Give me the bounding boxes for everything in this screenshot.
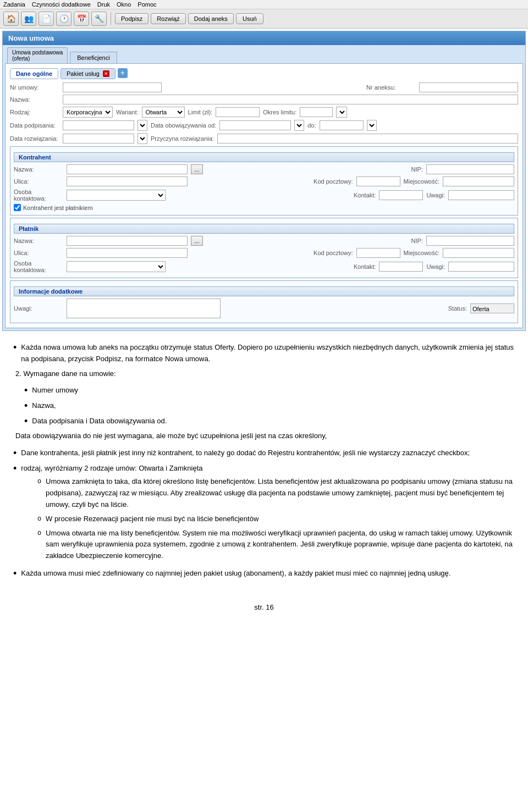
home-icon[interactable]: 🏠 xyxy=(3,12,19,26)
k-input-kod[interactable] xyxy=(356,176,400,186)
rozwiaz-button[interactable]: Rozwiąż xyxy=(151,13,186,24)
input-data-rozwiazania[interactable] xyxy=(63,134,134,143)
bullet-last: • Każda umowa musi mieć zdefiniowany co … xyxy=(13,568,515,580)
sub-dot-1: • xyxy=(24,385,28,397)
menu-czynnosci[interactable]: Czynności dodatkowe xyxy=(32,1,91,8)
label-nazwa: Nazwa: xyxy=(10,96,59,103)
dodaj-aneks-button[interactable]: Dodaj aneks xyxy=(188,13,234,24)
p-browse-button[interactable]: ... xyxy=(191,236,203,246)
k-input-uwagi[interactable] xyxy=(448,190,514,200)
p-input-miejscowosc[interactable] xyxy=(443,248,514,258)
sub-text-1: Numer umowy xyxy=(32,385,78,396)
select-do[interactable] xyxy=(367,120,377,131)
select-rodzaj[interactable]: Korporacyjna Indywidualna xyxy=(63,107,113,118)
window-title: Nowa umowa xyxy=(3,31,525,45)
tools-icon[interactable]: 🔧 xyxy=(91,12,107,26)
input-nr-aneksu[interactable] xyxy=(419,82,518,92)
text-bullet1: Każda nowa umowa lub aneks na początku o… xyxy=(21,342,515,365)
p-label-nazwa: Nazwa: xyxy=(14,237,63,244)
p-input-uwagi[interactable] xyxy=(448,262,514,272)
k-label-nazwa: Nazwa: xyxy=(14,166,63,173)
input-do[interactable] xyxy=(320,120,364,130)
clock-icon[interactable]: 🕐 xyxy=(56,12,72,26)
k-input-miejscowosc[interactable] xyxy=(443,176,514,186)
p-input-kontakt[interactable] xyxy=(379,262,423,272)
menu-zadania[interactable]: Zadania xyxy=(3,1,25,8)
podpisz-button[interactable]: Podpisz xyxy=(115,13,148,24)
input-okres-limitu[interactable] xyxy=(300,107,333,117)
p-label-nip: NIP: xyxy=(411,237,423,244)
label-status: Status: xyxy=(448,305,467,312)
k-input-kontakt[interactable] xyxy=(379,190,423,200)
label-limit: Limit (zł): xyxy=(188,109,213,115)
bullet-dot-rodzaj: • xyxy=(13,463,16,475)
menu-okno[interactable]: Okno xyxy=(117,1,131,8)
sub-text-2: Nazwa, xyxy=(32,400,56,412)
doc-icon[interactable]: 📄 xyxy=(38,12,54,26)
text-last: Każda umowa musi mieć zdefiniowany co na… xyxy=(21,568,450,579)
people-icon[interactable]: 👥 xyxy=(21,12,36,26)
p-label-kontakt: Kontakt: xyxy=(354,263,376,270)
row-daty: Data podpisania: Data obowiązywania od: … xyxy=(10,120,518,131)
input-nazwa[interactable] xyxy=(63,95,518,104)
sub-list-o: o Umowa zamknięta to taka, dla której ok… xyxy=(37,476,515,562)
text-rodzaj: rodzaj, wyróżniamy 2 rodzaje umów: Otwar… xyxy=(21,464,202,472)
sub-o1: o Umowa zamknięta to taka, dla której ok… xyxy=(37,476,515,510)
page-number: str. 16 xyxy=(0,592,528,617)
text-dane: Dane kontrahenta, jeśli płatnik jest inn… xyxy=(21,448,470,459)
p-input-kod[interactable] xyxy=(356,248,400,258)
sub-o2: o W procesie Rezerwacji pacjent nie musi… xyxy=(37,513,515,525)
textarea-uwagi[interactable] xyxy=(67,299,221,318)
select-dp[interactable] xyxy=(138,120,147,131)
input-przyczyna[interactable] xyxy=(217,134,518,143)
input-nr-umowy[interactable] xyxy=(63,82,162,92)
text-o2: W procesie Rezerwacji pacjent nie musi b… xyxy=(46,513,258,525)
select-dod[interactable] xyxy=(294,120,304,131)
sub-o3: o Umowa otwarta nie ma listy beneficjent… xyxy=(37,528,515,562)
text-content: • Każda nowa umowa lub aneks na początku… xyxy=(0,333,528,592)
p-select-osoba[interactable] xyxy=(67,261,166,272)
para1: Data obowiązywania do nie jest wymagana,… xyxy=(15,430,515,442)
p-input-nip[interactable] xyxy=(426,236,514,246)
calendar-icon[interactable]: 📅 xyxy=(74,12,89,26)
select-droz[interactable] xyxy=(138,133,147,144)
marker-o3: o xyxy=(37,528,41,562)
separator xyxy=(111,12,111,25)
p-row-nazwa: Nazwa: ... NIP: xyxy=(14,236,514,246)
subtab-dane-ogolne[interactable]: Dane ogólne xyxy=(10,68,58,79)
platnik-header: Płatnik xyxy=(14,224,514,234)
p-input-ulica[interactable] xyxy=(67,248,188,258)
k-input-ulica[interactable] xyxy=(67,176,188,186)
menu-pomoc[interactable]: Pomoc xyxy=(138,1,156,8)
marker-o1: o xyxy=(37,476,41,510)
usun-button[interactable]: Usuń xyxy=(236,13,263,24)
select-wariant[interactable]: Otwarta Zamknięta xyxy=(142,107,185,118)
k-browse-button[interactable]: ... xyxy=(191,164,203,174)
menu-druk[interactable]: Druk xyxy=(97,1,110,8)
k-label-nip: NIP: xyxy=(411,166,423,173)
marker-o2: o xyxy=(37,513,41,525)
main-window: Nowa umowa Umowa podstawowa (oferta) Ben… xyxy=(2,31,526,331)
k-input-nip[interactable] xyxy=(426,164,514,174)
tab-beneficjenci[interactable]: Beneficjenci xyxy=(70,52,117,63)
sub-item-1: • Numer umowy xyxy=(24,385,515,397)
input-data-podpisania[interactable] xyxy=(63,120,134,130)
sub-item-3: • Data podpisania i Data obowiązywania o… xyxy=(24,416,515,428)
tab-umowa-podstawowa[interactable]: Umowa podstawowa (oferta) xyxy=(7,47,68,63)
k-platnik-row: Kontrahent jest płatnikiem xyxy=(14,204,514,211)
close-tab-pakiet[interactable]: ✕ xyxy=(103,70,109,77)
label-wariant: Wariant: xyxy=(116,109,139,115)
k-platnik-checkbox[interactable] xyxy=(14,204,21,211)
k-select-osoba[interactable] xyxy=(67,190,166,201)
k-row-osoba: Osoba kontaktowa: Kontakt: Uwagi: xyxy=(14,189,514,202)
k-input-nazwa[interactable] xyxy=(67,164,188,174)
bullet-dot-dane: • xyxy=(13,448,16,460)
p-input-nazwa[interactable] xyxy=(67,236,188,246)
select-okres[interactable] xyxy=(336,107,347,118)
k-row-nazwa: Nazwa: ... NIP: xyxy=(14,164,514,174)
input-data-od[interactable] xyxy=(219,120,291,130)
add-tab-button[interactable]: + xyxy=(118,68,128,78)
label-data-rozwiazania: Data rozwiązania: xyxy=(10,135,59,142)
input-limit[interactable] xyxy=(216,107,260,117)
subtab-pakiet-uslug[interactable]: Pakiet usług ✕ xyxy=(61,68,116,79)
